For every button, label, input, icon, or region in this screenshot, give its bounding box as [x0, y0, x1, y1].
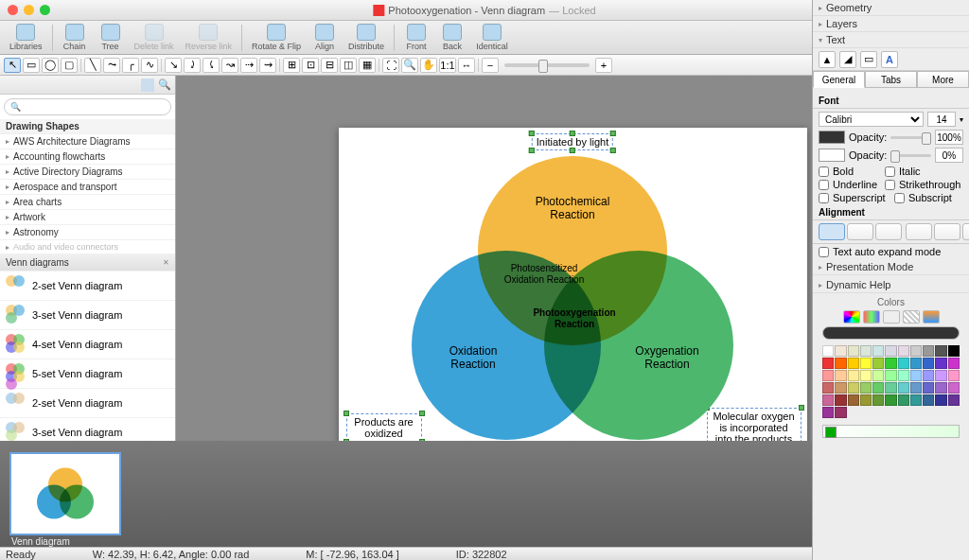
color-swatch[interactable]: [935, 370, 946, 381]
color-swatch[interactable]: [935, 345, 946, 357]
distribute-button[interactable]: Distribute: [344, 24, 388, 51]
size-stepper[interactable]: ▾: [960, 115, 963, 124]
color-swatch[interactable]: [885, 382, 896, 394]
color-swatch[interactable]: [872, 358, 884, 369]
color-swatch[interactable]: [923, 370, 934, 381]
smart-connector-5[interactable]: ⇢: [240, 58, 257, 73]
opacity-value-2[interactable]: [935, 148, 963, 163]
library-search-input[interactable]: [4, 98, 171, 115]
color-palette-mode[interactable]: [883, 310, 900, 324]
color-swatch[interactable]: [848, 394, 859, 406]
zoom-window-button[interactable]: [40, 5, 50, 15]
tab-more[interactable]: More: [917, 71, 969, 88]
color-swatch[interactable]: [948, 358, 960, 369]
color-swatch[interactable]: [848, 358, 859, 369]
color-swatch[interactable]: [872, 345, 884, 357]
color-swatch[interactable]: [910, 345, 922, 357]
category-item[interactable]: Active Directory Diagrams: [0, 165, 175, 180]
color-swatch[interactable]: [835, 358, 846, 369]
strikethrough-checkbox[interactable]: Strikethrough: [885, 179, 942, 190]
valign-bottom-button[interactable]: [962, 223, 969, 240]
line-tool[interactable]: ╲: [84, 58, 101, 73]
category-item[interactable]: Aerospace and transport: [0, 180, 175, 195]
color-swatch[interactable]: [860, 370, 872, 381]
valign-top-button[interactable]: [906, 223, 932, 240]
snap-tool-5[interactable]: ▦: [359, 58, 376, 73]
tab-general[interactable]: General: [813, 71, 865, 88]
zoom-out-button[interactable]: −: [482, 58, 499, 73]
geometry-section[interactable]: Geometry: [813, 0, 969, 16]
align-center-button[interactable]: [847, 223, 873, 240]
color-swatch[interactable]: [935, 394, 946, 406]
color-sliders-mode[interactable]: [863, 310, 880, 324]
venn-diagram[interactable]: Photochemical Reaction Oxidation Reactio…: [412, 156, 733, 449]
category-item[interactable]: Area charts: [0, 195, 175, 210]
color-swatch[interactable]: [910, 394, 922, 406]
annotation-top[interactable]: Initiated by light: [532, 133, 613, 150]
color-swatch[interactable]: [935, 382, 946, 394]
zoom-actual[interactable]: 1:1: [439, 58, 456, 73]
color-swatch[interactable]: [910, 370, 922, 381]
color-swatch[interactable]: [835, 345, 846, 357]
libraries-button[interactable]: Libraries: [6, 24, 46, 51]
layers-section[interactable]: Layers: [813, 16, 969, 32]
color-swatch[interactable]: [822, 394, 834, 406]
rounded-tool[interactable]: ▢: [61, 58, 78, 73]
color-swatch[interactable]: [935, 358, 946, 369]
snap-tool-1[interactable]: ⊞: [283, 58, 300, 73]
color-swatch[interactable]: [822, 345, 834, 357]
zoom-fit[interactable]: ⛶: [382, 58, 399, 73]
color-swatch[interactable]: [860, 345, 872, 357]
color-swatch[interactable]: [872, 370, 884, 381]
color-swatch[interactable]: [898, 358, 909, 369]
valign-middle-button[interactable]: [934, 223, 960, 240]
color-swatch[interactable]: [910, 382, 922, 394]
smart-connector-1[interactable]: ↘: [165, 58, 182, 73]
color-swatch[interactable]: [848, 370, 859, 381]
identical-button[interactable]: Identical: [472, 24, 512, 51]
color-swatch[interactable]: [872, 394, 884, 406]
snap-tool-3[interactable]: ⊟: [321, 58, 338, 73]
zoom-in-button[interactable]: +: [595, 58, 612, 73]
color-swatch[interactable]: [872, 382, 884, 394]
color-swatch[interactable]: [822, 358, 834, 369]
color-swatch[interactable]: [885, 358, 896, 369]
spline-tool[interactable]: ∿: [141, 58, 158, 73]
rect-tool[interactable]: ▭: [23, 58, 40, 73]
color-swatch[interactable]: [923, 345, 934, 357]
tree-button[interactable]: Tree: [95, 24, 127, 51]
subscript-checkbox[interactable]: Subscript: [894, 192, 960, 203]
tab-tabs[interactable]: Tabs: [865, 71, 917, 88]
color-swatch[interactable]: [948, 345, 960, 357]
text-section[interactable]: Text: [813, 32, 969, 48]
smart-connector-3[interactable]: ⤹: [203, 58, 220, 73]
arc-tool[interactable]: ╭: [122, 58, 139, 73]
align-right-button[interactable]: [875, 223, 902, 240]
pan-tool[interactable]: ✋: [420, 58, 437, 73]
text-stroke-tool[interactable]: ◢: [839, 51, 856, 68]
color-swatch[interactable]: [822, 370, 834, 381]
color-swatch[interactable]: [835, 407, 846, 418]
color-swatch[interactable]: [898, 370, 909, 381]
color-crayons-mode[interactable]: [923, 310, 940, 324]
color-swatch[interactable]: [898, 394, 909, 406]
color-swatch[interactable]: [822, 407, 834, 418]
color-swatch[interactable]: [898, 345, 909, 357]
smart-connector-2[interactable]: ⤸: [184, 58, 201, 73]
color-swatch[interactable]: [923, 382, 934, 394]
shape-item[interactable]: 4-set Venn diagram: [0, 330, 175, 359]
align-left-button[interactable]: [819, 223, 845, 240]
color-search-input[interactable]: [822, 326, 960, 340]
rotate-flip-button[interactable]: Rotate & Flip: [248, 24, 305, 51]
color-swatch[interactable]: [885, 394, 896, 406]
dynamic-help-section[interactable]: Dynamic Help: [813, 277, 969, 293]
text-font-tool[interactable]: A: [881, 51, 898, 68]
superscript-checkbox[interactable]: Superscript: [819, 192, 885, 203]
color-swatch[interactable]: [948, 370, 960, 381]
color-swatch[interactable]: [860, 382, 872, 394]
back-button[interactable]: Back: [436, 24, 468, 51]
color-swatch[interactable]: [835, 382, 846, 394]
color-swatch[interactable]: [835, 370, 846, 381]
auto-expand-checkbox[interactable]: Text auto expand mode: [819, 246, 963, 257]
text-fill-tool[interactable]: ▲: [819, 51, 836, 68]
